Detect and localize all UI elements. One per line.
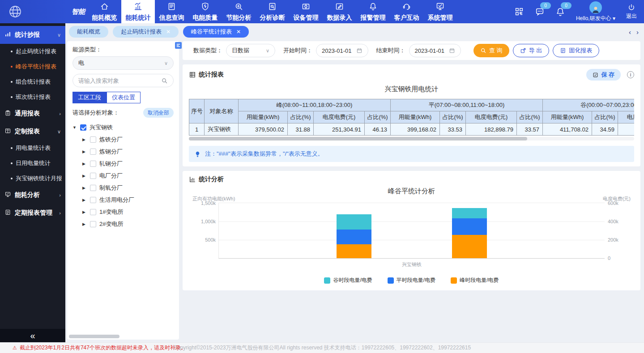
sidebar-item[interactable]: 起止码统计报表 — [0, 44, 65, 59]
checkbox[interactable] — [90, 221, 96, 227]
open-tab[interactable]: 能耗概览 — [69, 26, 108, 38]
table-hscrollbar-thumb[interactable] — [189, 137, 527, 140]
sidebar-item[interactable]: 兴宝钢铁统计月报 — [0, 171, 65, 186]
bar-segment-平时段电量[interactable] — [337, 230, 371, 244]
sidebar-item[interactable]: 组合统计报表 — [0, 74, 65, 89]
open-tab[interactable]: 起止码统计报表✕ — [113, 26, 179, 38]
logout-button[interactable]: 退出 — [626, 4, 637, 20]
bar-segment-谷时段电费[interactable] — [452, 208, 487, 218]
close-icon[interactable]: ✕ — [236, 29, 241, 35]
sidebar-item[interactable]: 班次统计报表 — [0, 89, 65, 105]
nav-item-home[interactable]: 能耗概览 — [88, 0, 121, 23]
caret-right-icon[interactable]: ▶ — [82, 137, 87, 142]
info-icon[interactable]: i — [627, 71, 634, 78]
export-button[interactable]: 导 出 — [513, 44, 550, 57]
search-input[interactable] — [78, 77, 161, 84]
caret-right-icon[interactable]: ▶ — [82, 149, 87, 154]
bar-segment-谷时段电量[interactable] — [337, 214, 371, 230]
data-type-select[interactable]: 日数据 ∨ — [226, 44, 275, 57]
sidebar-item-label: 起止码统计报表 — [16, 47, 56, 55]
checkbox[interactable] — [90, 185, 96, 191]
nav-item-alarm[interactable]: 报警管理 — [356, 0, 390, 23]
panel-toggle-icon[interactable] — [175, 42, 182, 49]
qr-code-icon[interactable] — [514, 7, 524, 17]
start-date-input[interactable]: 2023-01-01 — [316, 44, 368, 57]
bar-segment-平时段电费[interactable] — [452, 218, 487, 235]
query-button[interactable]: 查 询 — [473, 44, 509, 57]
statistics-analysis-card: 统计分析 峰谷平统计分析 正向有功电能(kWh) 电度电费(元) 兴宝钢铁 1,… — [183, 171, 640, 290]
sidebar-item[interactable]: 用电量统计表 — [0, 140, 65, 156]
tree-node[interactable]: ▶轧钢分厂 — [73, 157, 174, 170]
table-note: 注："###"表示采集数据异常，"/"表示无意义。 — [189, 146, 634, 162]
user-menu[interactable]: Hello,研发中心 ▾ — [576, 1, 615, 22]
checkbox[interactable] — [90, 149, 96, 155]
close-icon[interactable]: ✕ — [166, 29, 171, 35]
tab-meter-location[interactable]: 仪表位置 — [107, 92, 141, 103]
energy-type-select[interactable]: 电 ∨ — [73, 56, 174, 70]
alerts-button[interactable]: 0 — [555, 7, 565, 17]
table-cell: 兴宝钢铁 — [205, 123, 239, 136]
tree-node[interactable]: ▶生活用电分厂 — [73, 194, 174, 206]
nav-item-edit[interactable]: 数据录入 — [323, 0, 356, 23]
nav-item-leaf[interactable]: 节能分析 — [222, 0, 256, 23]
sidebar-group-monitor[interactable]: 能耗分析› — [0, 186, 65, 204]
table-cell — [618, 123, 635, 136]
nav-item-customer[interactable]: 客户互动 — [390, 0, 423, 23]
nav-item-doc-search[interactable]: 信息查询 — [155, 0, 188, 23]
left-axis-tick: 1,500k — [201, 200, 216, 206]
tab-work-area[interactable]: 工区工段 — [73, 92, 107, 103]
tree-panel-hscrollbar[interactable] — [69, 335, 119, 338]
nav-item-device[interactable]: 设备管理 — [289, 0, 323, 23]
legend-item[interactable]: 谷时段电量/电费 — [324, 276, 372, 284]
tree-node[interactable]: ▶电厂分厂 — [73, 170, 174, 182]
sidebar-item[interactable]: 日用电量统计 — [0, 156, 65, 171]
open-tab[interactable]: 峰谷平统计报表✕ — [183, 26, 249, 38]
sidebar-collapse-button[interactable]: « — [0, 329, 65, 342]
cancel-all-button[interactable]: 取消全部 — [143, 108, 174, 118]
checkbox[interactable] — [90, 197, 96, 203]
caret-right-icon[interactable]: ▶ — [82, 198, 87, 202]
nav-item-system[interactable]: 系统管理 — [423, 0, 457, 23]
sidebar-group-docs[interactable]: 定期报表管理› — [0, 204, 65, 222]
tree-node[interactable]: ▶炼铁分厂 — [73, 133, 174, 145]
checkbox[interactable] — [90, 136, 96, 143]
caret-right-icon[interactable]: ▶ — [82, 162, 87, 166]
solidify-report-button[interactable]: 固化报表 — [553, 44, 599, 57]
checkbox[interactable] — [90, 173, 96, 179]
sidebar-item[interactable]: 峰谷平统计报表 — [0, 59, 65, 74]
tabs-scroll-right-icon[interactable]: › — [636, 28, 639, 36]
tabs-scroll-left-icon[interactable]: ‹ — [629, 28, 631, 36]
caret-right-icon[interactable]: ▶ — [82, 174, 87, 178]
nav-item-chart[interactable]: 能耗统计 — [121, 0, 155, 23]
stacked-bar-电费[interactable] — [452, 203, 487, 258]
bulb-icon — [194, 151, 201, 157]
sidebar-group-book[interactable]: 定制报表∨ — [0, 123, 65, 140]
sidebar-group-bars[interactable]: 统计抄报∨ — [0, 26, 65, 44]
checkbox[interactable] — [90, 209, 96, 215]
end-date-input[interactable]: 2023-01-01 — [409, 44, 461, 57]
nav-item-shield[interactable]: 电能质量 — [188, 0, 222, 23]
brand-text: 智能 — [72, 8, 85, 16]
messages-button[interactable]: 0 — [535, 7, 545, 17]
sidebar-group-clipboard[interactable]: 通用报表› — [0, 105, 65, 123]
bar-segment-峰时段电费[interactable] — [452, 235, 487, 258]
tree-node[interactable]: ▶制氧分厂 — [73, 182, 174, 194]
tree-node[interactable]: ▶1#变电所 — [73, 206, 174, 218]
statistics-report-card: 统计报表 保 存 i 兴宝钢铁用电统计 序号对象名称峰(08:00~11:00,… — [183, 64, 640, 166]
tree-node[interactable]: ▶2#变电所 — [73, 218, 174, 230]
checkbox[interactable] — [80, 124, 86, 131]
stacked-bar-电量[interactable] — [337, 203, 371, 258]
tree-node[interactable]: ▶炼钢分厂 — [73, 145, 174, 157]
search-icon[interactable] — [161, 77, 168, 84]
caret-down-icon[interactable]: ▼ — [73, 125, 77, 130]
checkbox[interactable] — [90, 161, 96, 167]
bar-segment-峰时段电量[interactable] — [337, 244, 371, 258]
caret-right-icon[interactable]: ▶ — [82, 186, 87, 190]
caret-right-icon[interactable]: ▶ — [82, 222, 87, 226]
tree-node-root[interactable]: ▼兴宝钢铁 — [73, 121, 174, 133]
legend-item[interactable]: 峰时段电量/电费 — [451, 276, 499, 284]
save-button[interactable]: 保 存 — [586, 69, 621, 81]
caret-right-icon[interactable]: ▶ — [82, 210, 87, 214]
legend-item[interactable]: 平时段电量/电费 — [388, 276, 435, 284]
nav-item-diagnose[interactable]: 分析诊断 — [256, 0, 289, 23]
